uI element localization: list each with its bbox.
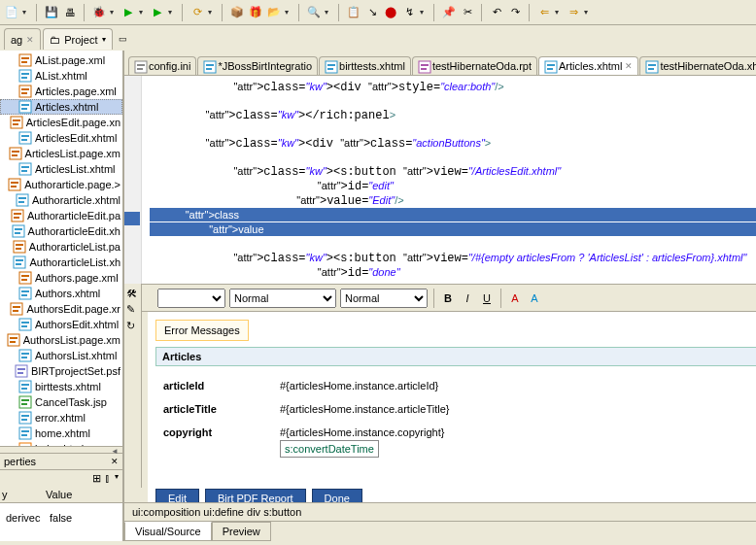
dropdown-icon[interactable]: ▾ <box>555 8 563 17</box>
dropdown-icon[interactable]: ▾ <box>139 8 147 17</box>
project-explorer-tab[interactable]: 🗀 Project ▾ <box>43 28 112 50</box>
file-icon <box>18 162 32 176</box>
filter-icon[interactable]: ⫿ <box>105 472 111 485</box>
dropdown-icon[interactable]: ▾ <box>22 8 30 17</box>
block-format-select[interactable] <box>157 289 225 308</box>
property-row[interactable]: derivecfalse <box>0 509 122 527</box>
tree-item-file[interactable]: AList.page.xml <box>0 52 122 68</box>
font-color-icon[interactable]: A <box>507 290 523 306</box>
sync-icon[interactable]: ↯ <box>401 5 417 20</box>
close-icon[interactable]: ✕ <box>26 35 34 45</box>
converter-box[interactable]: s:convertDateTime <box>280 440 379 458</box>
tree-item-file[interactable]: Authors.xhtml <box>0 286 122 301</box>
dropdown-icon[interactable]: ▾ <box>584 8 592 17</box>
editor-tab[interactable]: testHibernateOda.rpt <box>412 56 537 75</box>
cut-icon[interactable]: ✂ <box>460 5 475 20</box>
tree-item-file[interactable]: Authorarticle.page.> <box>0 177 122 192</box>
tree-item-file[interactable]: AuthorsEdit.xhtml <box>0 317 122 332</box>
paragraph-format-select[interactable]: Normal <box>229 289 336 308</box>
editor-tab[interactable]: *JBossBirtIntegratio <box>197 56 318 75</box>
tree-item-file[interactable]: Articles.page.xml <box>0 84 122 99</box>
new-icon[interactable]: 📄 <box>4 5 19 20</box>
tree-item-file[interactable]: CancelTask.jsp <box>0 394 122 410</box>
tree-item-file[interactable]: Articles.xhtml <box>0 99 122 115</box>
tree-item-file[interactable]: AuthorarticleList.pa <box>0 239 122 255</box>
refresh-icon[interactable]: ⟳ <box>189 5 205 20</box>
editor-mode-tab[interactable]: Visual/Source <box>124 522 212 541</box>
task-icon[interactable]: 📋 <box>346 5 361 20</box>
tree-item-file[interactable]: AuthorarticleList.xh <box>0 255 122 270</box>
prop-col-value[interactable]: Value <box>44 487 122 502</box>
tree-item-file[interactable]: birttests.xhtml <box>0 379 122 394</box>
code-editor[interactable]: "attr">class="kw"><div "attr">style="cle… <box>124 76 756 285</box>
tree-item-file[interactable]: ArticlesList.page.xm <box>0 146 122 161</box>
package-icon[interactable]: 📦 <box>229 5 245 20</box>
prop-col-key[interactable]: y <box>0 487 44 502</box>
editor-tab[interactable]: birttests.xhtml <box>319 56 411 75</box>
splitter[interactable] <box>0 446 122 454</box>
tree-item-file[interactable]: error.xhtml <box>0 410 122 426</box>
back-icon[interactable]: ⇐ <box>536 5 552 20</box>
open-type-icon[interactable]: 📂 <box>266 5 282 20</box>
dropdown-icon[interactable]: ▾ <box>285 8 292 17</box>
partial-tab[interactable]: ag✕ <box>4 28 41 50</box>
stop-icon[interactable]: ⬤ <box>383 5 398 20</box>
close-icon[interactable]: ✕ <box>111 457 119 466</box>
action-button[interactable]: Done <box>312 489 362 502</box>
dropdown-icon[interactable]: ▾ <box>168 8 176 17</box>
editor-tab[interactable]: Articles.xhtml✕ <box>538 56 638 75</box>
project-file-tree[interactable]: AList.page.xmlAList.xhtmlArticles.page.x… <box>0 51 122 446</box>
visual-preview-pane[interactable]: Error Messages Articles articleId#{artic… <box>148 312 756 502</box>
step-icon[interactable]: ↘ <box>364 5 380 20</box>
tree-item-file[interactable]: ArticlesEdit.xhtml <box>0 130 122 146</box>
editor-tab[interactable]: config.ini <box>128 56 196 75</box>
tree-item-file[interactable]: BIRTprojectSet.psf <box>0 363 122 379</box>
highlight-color-icon[interactable]: A <box>527 290 542 306</box>
print-icon[interactable]: 🖶 <box>62 5 78 20</box>
element-breadcrumb[interactable]: ui:composition ui:define div s:button <box>124 502 756 522</box>
run-ext-icon[interactable]: ▶ <box>150 5 165 20</box>
action-button[interactable]: Birt PDF Report <box>205 489 306 502</box>
redo-icon[interactable]: ↷ <box>507 5 523 20</box>
italic-icon[interactable]: I <box>460 290 475 306</box>
tree-item-file[interactable]: ArticlesList.xhtml <box>0 161 122 177</box>
action-button[interactable]: Edit <box>155 489 199 502</box>
tools-icon[interactable]: 🛠 <box>126 288 139 299</box>
dropdown-icon[interactable]: ▾ <box>325 8 332 17</box>
underline-icon[interactable]: U <box>479 290 495 306</box>
minimize-icon[interactable]: ▭ <box>119 34 127 44</box>
gift-icon[interactable]: 🎁 <box>248 5 263 20</box>
dropdown-icon[interactable]: ▾ <box>110 8 118 17</box>
tree-item-file[interactable]: AuthorsEdit.page.xr <box>0 301 122 317</box>
dropdown-icon[interactable]: ▾ <box>102 35 106 44</box>
search-icon[interactable]: 🔍 <box>306 5 322 20</box>
editor-mode-tab[interactable]: Preview <box>212 522 271 541</box>
dropdown-icon[interactable]: ▾ <box>420 8 428 17</box>
tree-view-icon[interactable]: ⊞ <box>92 472 101 485</box>
font-format-select[interactable]: Normal <box>340 289 428 308</box>
tree-item-file[interactable]: AuthorsList.xhtml <box>0 348 122 363</box>
editor-tab[interactable]: testHibernateOda.xht <box>639 56 756 75</box>
close-icon[interactable]: ✕ <box>625 61 633 71</box>
dropdown-icon[interactable]: ▾ <box>208 8 216 17</box>
tree-item-file[interactable]: Authors.page.xml <box>0 270 122 286</box>
error-messages-tab[interactable]: Error Messages <box>155 320 249 341</box>
tree-item-file[interactable]: home.xhtml <box>0 426 122 441</box>
undo-icon[interactable]: ↶ <box>489 5 504 20</box>
tree-item-file[interactable]: AuthorarticleEdit.xh <box>0 223 122 239</box>
tree-item-file[interactable]: AuthorarticleEdit.pa <box>0 208 122 223</box>
menu-icon[interactable]: ▾ <box>115 472 119 485</box>
tree-item-file[interactable]: AuthorsList.page.xm <box>0 332 122 348</box>
svg-rect-68 <box>21 403 27 405</box>
pin-icon[interactable]: 📌 <box>441 5 457 20</box>
tree-item-file[interactable]: ArticlesEdit.page.xn <box>0 115 122 130</box>
forward-icon[interactable]: ⇒ <box>566 5 581 20</box>
tree-item-file[interactable]: Authorarticle.xhtml <box>0 192 122 208</box>
bold-icon[interactable]: B <box>440 290 456 306</box>
debug-icon[interactable]: 🐞 <box>91 5 107 20</box>
style-icon[interactable]: ✎ <box>126 303 139 316</box>
run-icon[interactable]: ▶ <box>120 5 136 20</box>
tree-item-file[interactable]: AList.xhtml <box>0 68 122 84</box>
refresh-icon[interactable]: ↻ <box>126 320 139 332</box>
save-icon[interactable]: 💾 <box>44 5 59 20</box>
